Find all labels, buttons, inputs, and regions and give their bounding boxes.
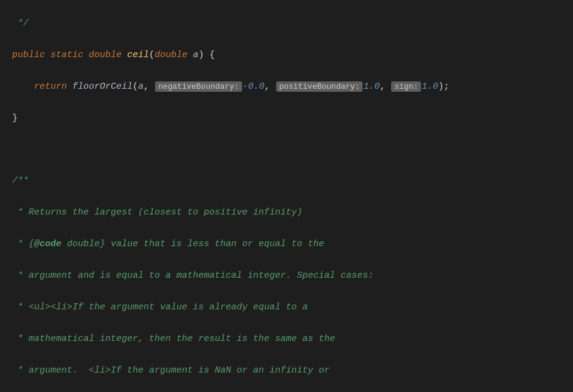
number-literal: 1.0 bbox=[363, 81, 380, 92]
number-literal: 1.0 bbox=[422, 81, 438, 92]
semicolon: ; bbox=[443, 81, 449, 92]
paren-close: ) bbox=[198, 50, 204, 60]
javadoc-line: * Returns the largest (closest to positi… bbox=[12, 207, 302, 218]
method-call-floorOrCeil: floorOrCeil bbox=[72, 81, 133, 92]
code-line-blank bbox=[12, 142, 561, 157]
paren-open: ( bbox=[133, 81, 138, 92]
keyword-public: public bbox=[12, 50, 45, 60]
param-hint-sign: sign: bbox=[391, 81, 421, 92]
javadoc-tag-code: @code bbox=[34, 239, 61, 249]
javadoc-line: * argument. <li>If the argument is NaN o… bbox=[12, 365, 330, 376]
arg-a: a bbox=[138, 81, 144, 92]
param-name: a bbox=[193, 50, 198, 60]
code-line: * mathematical integer, then the result … bbox=[12, 331, 561, 347]
param-type: double bbox=[155, 50, 187, 60]
javadoc-line: * <ul><li>If the argument value is alrea… bbox=[12, 302, 308, 312]
javadoc-line: * argument and is equal to a mathematica… bbox=[12, 270, 373, 281]
comma: , bbox=[380, 81, 391, 92]
code-editor[interactable]: */ public static double ceil(double a) {… bbox=[0, 0, 573, 392]
code-line: */ bbox=[12, 16, 561, 32]
param-hint-negativeBoundary: negativeBoundary: bbox=[155, 81, 242, 92]
keyword-return: return bbox=[34, 81, 67, 92]
code-line: * argument. <li>If the argument is NaN o… bbox=[12, 363, 561, 379]
code-line: /** bbox=[12, 173, 561, 189]
javadoc-open: /** bbox=[12, 176, 29, 186]
comment-end: */ bbox=[12, 18, 29, 29]
comma: , bbox=[144, 81, 155, 92]
param-hint-positiveBoundary: positiveBoundary: bbox=[276, 81, 363, 92]
javadoc-line: double} value that is less than or equal… bbox=[61, 239, 324, 249]
javadoc-line: * { bbox=[12, 239, 34, 249]
brace-open: { bbox=[209, 50, 215, 60]
code-line: * {@code double} value that is less than… bbox=[12, 236, 561, 252]
code-line: return floorOrCeil(a, negativeBoundary:-… bbox=[12, 79, 561, 95]
keyword-static: static bbox=[50, 50, 83, 60]
paren-open: ( bbox=[149, 50, 155, 60]
code-line: } bbox=[12, 111, 561, 126]
comma: , bbox=[265, 81, 276, 92]
type-double: double bbox=[89, 50, 122, 60]
code-line: * <ul><li>If the argument value is alrea… bbox=[12, 300, 561, 315]
code-line: public static double ceil(double a) { bbox=[12, 47, 561, 63]
number-literal: -0.0 bbox=[243, 81, 265, 92]
javadoc-line: * mathematical integer, then the result … bbox=[12, 334, 335, 344]
code-line: * Returns the largest (closest to positi… bbox=[12, 205, 561, 221]
brace-close: } bbox=[12, 113, 18, 123]
method-name-ceil: ceil bbox=[127, 50, 149, 60]
code-line: * argument and is equal to a mathematica… bbox=[12, 268, 561, 284]
